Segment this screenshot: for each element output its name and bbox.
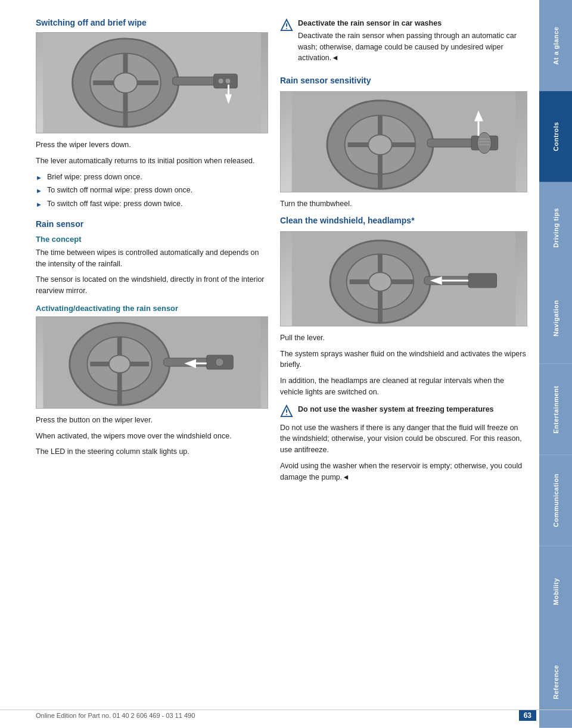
left-column: Switching off and brief wipe [36,18,268,710]
tab-label-at-a-glance: At a glance [552,26,559,64]
activating-subtitle: Activating/deactivating the rain sensor [36,304,268,313]
tab-label-mobility: Mobility [552,578,559,605]
sidebar-tab-mobility[interactable]: Mobility [539,546,572,637]
svg-point-40 [477,132,492,154]
warning-body-2: Do not use the washers if there is any d… [280,422,527,456]
tab-label-communication: Communication [552,474,559,527]
wiper-p1: Press the wiper levers down. [36,139,268,151]
rain-sensor-heading: Rain sensor [36,219,268,229]
clean-heading: Clean the windshield, headlamps* [280,216,527,225]
section-title-switching: Switching off and brief wipe [36,18,268,27]
warning-title-1: Deactivate the rain sensor in car washes [298,18,527,29]
wiper-p2: The lever automatically returns to its i… [36,155,268,167]
concept-p2: The sensor is located on the windshield,… [36,274,268,297]
sidebar-tab-controls[interactable]: Controls [539,91,572,182]
sidebar-tab-at-a-glance[interactable]: At a glance [539,0,572,91]
bullet-arrow-1: ► [36,173,42,183]
bullet-arrow-3: ► [36,200,42,210]
warning-car-wash: Deactivate the rain sensor in car washes… [280,18,527,69]
warning-icon-2 [280,405,293,418]
svg-rect-8 [173,77,220,85]
section-clean-windshield: Clean the windshield, headlamps* [280,216,527,398]
clean-p1: Pull the lever. [280,332,527,344]
svg-point-49 [369,272,391,291]
activating-p2: When activated, the wipers move over the… [36,431,268,442]
sensitivity-p1: Turn the thumbwheel. [280,198,527,210]
activating-p1: Press the button on the wiper lever. [36,415,268,426]
image-rain-sensor [280,91,527,192]
warning-icon-1 [280,18,293,32]
section-sensitivity: Rain sensor sensitivity [280,76,527,210]
sidebar: At a glance Controls Driving tips Naviga… [539,0,572,728]
main-content: Switching off and brief wipe [0,0,539,728]
tab-label-driving-tips: Driving tips [552,208,559,248]
sidebar-tab-entertainment[interactable]: Entertainment [539,364,572,455]
clean-p3: In addition, the headlamps are cleaned a… [280,375,527,398]
svg-point-3 [114,73,138,93]
concept-subtitle: The concept [36,235,268,244]
warning-freezing: Do not use the washer system at freezing… [280,404,527,418]
footer-online-edition: Online Edition for Part no. 01 40 2 606 … [36,712,195,719]
svg-point-12 [219,79,223,83]
warning-car-wash-text: Deactivate the rain sensor in car washes… [298,18,527,69]
concept-p1: The time between wipes is controlled aut… [36,247,268,270]
right-column: Deactivate the rain sensor in car washes… [280,18,527,710]
tab-label-entertainment: Entertainment [552,385,559,433]
image-wiper-lever [36,32,268,133]
warning-freezing-text: Do not use the washer system at freezing… [298,404,494,416]
svg-point-17 [109,355,130,373]
svg-point-13 [226,79,231,83]
bullet-normal-wipe: ► To switch off normal wipe: press down … [36,185,268,196]
bullet-text-1: Brief wipe: press down once. [47,172,142,183]
activating-p3: The LED in the steering column stalk lig… [36,446,268,458]
warning-title-2: Do not use the washer system at freezing… [298,404,494,415]
tab-label-reference: Reference [552,665,559,700]
bullet-text-3: To switch off fast wipe: press down twic… [47,198,183,210]
sidebar-tab-navigation[interactable]: Navigation [539,273,572,364]
bullet-arrow-2: ► [36,186,42,196]
warning-body-1: Deactivate the rain sensor when passing … [298,30,527,64]
page-container: Switching off and brief wipe [0,0,572,728]
svg-point-60 [286,414,287,415]
page-number: 63 [519,710,536,721]
section-rain-sensor: Rain sensor The concept The time between… [36,219,268,297]
tab-label-navigation: Navigation [552,300,559,337]
svg-point-24 [216,358,224,366]
image-activate [36,316,268,409]
svg-point-29 [286,28,287,29]
warning-body-3: Avoid using the washer when the reservoi… [280,461,527,483]
page-footer: Online Edition for Part no. 01 40 2 606 … [0,710,572,721]
sensitivity-heading: Rain sensor sensitivity [280,76,527,85]
svg-rect-55 [468,273,496,288]
tab-label-controls: Controls [552,122,559,151]
sidebar-tab-driving-tips[interactable]: Driving tips [539,182,572,273]
sidebar-tab-communication[interactable]: Communication [539,455,572,546]
section-activating: Activating/deactivating the rain sensor [36,304,268,458]
section-switching-off: Switching off and brief wipe [36,18,268,210]
image-clean-windshield [280,231,527,326]
bullet-text-2: To switch off normal wipe: press down on… [47,185,192,196]
svg-point-33 [368,135,392,155]
bullet-brief-wipe: ► Brief wipe: press down once. [36,172,268,183]
clean-p2: The system sprays washer fluid on the wi… [280,349,527,371]
bullet-fast-wipe: ► To switch off fast wipe: press down tw… [36,198,268,210]
